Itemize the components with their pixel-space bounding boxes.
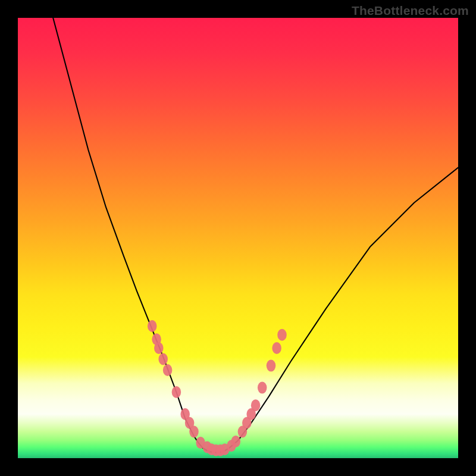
- chart-container: TheBottleneck.com: [0, 0, 476, 476]
- watermark-text: TheBottleneck.com: [352, 4, 469, 18]
- marker-point: [267, 360, 276, 372]
- marker-point: [189, 426, 199, 438]
- bottleneck-curve: [53, 18, 458, 452]
- marker-point: [258, 382, 267, 394]
- marker-point: [154, 342, 164, 354]
- marker-point: [231, 436, 241, 447]
- marker-point: [172, 386, 181, 398]
- marker-point: [163, 364, 173, 376]
- curve-markers: [148, 320, 287, 456]
- plot-area: [18, 18, 458, 458]
- marker-point: [148, 320, 157, 332]
- marker-point: [251, 399, 261, 411]
- curve-overlay: [18, 18, 458, 458]
- marker-point: [277, 329, 287, 341]
- marker-point: [272, 342, 281, 354]
- marker-point: [158, 353, 168, 365]
